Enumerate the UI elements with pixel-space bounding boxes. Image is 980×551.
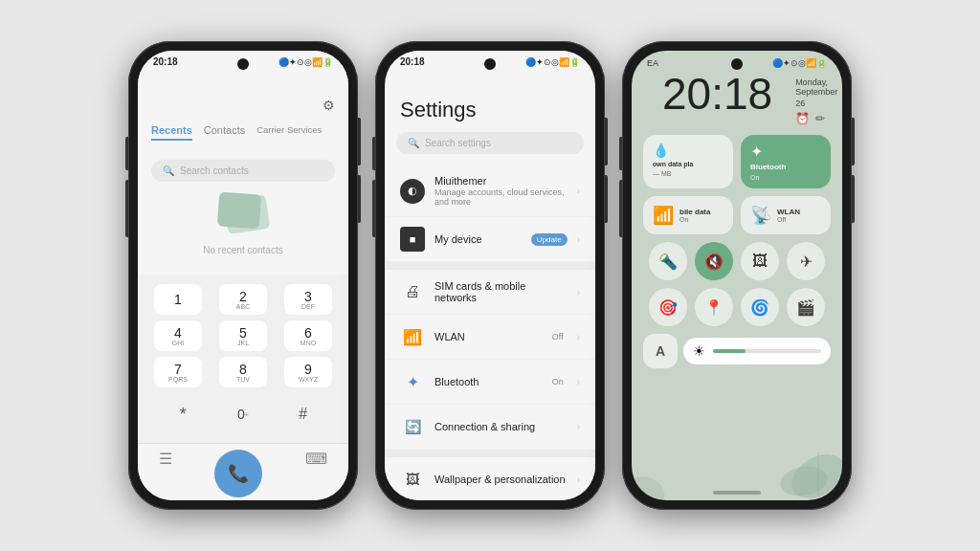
bottom-nav-1: ☰ 📞 ⌨ xyxy=(138,443,348,500)
volume-up-button[interactable] xyxy=(125,137,128,170)
chevron-icon-4: › xyxy=(577,332,580,342)
sim-content: SIM cards & mobile networks xyxy=(434,280,568,303)
chevron-icon-5: › xyxy=(577,377,580,387)
leaf-decoration-right xyxy=(766,424,842,500)
settings-item-mydevice[interactable]: ■ My device Update › xyxy=(385,217,595,262)
contacts-search-bar[interactable]: 🔍 Search contacts xyxy=(151,160,335,182)
cc-second-row: 📶 bile data On 📡 WLAN Off xyxy=(643,196,831,234)
settings-search-bar[interactable]: 🔍 Search settings xyxy=(396,132,584,154)
volume-down-button-2[interactable] xyxy=(372,180,375,237)
home-indicator xyxy=(713,491,761,495)
cc-screen-btn[interactable]: 🖼 xyxy=(741,242,779,280)
chevron-icon-6: › xyxy=(577,422,580,432)
settings-item-connection[interactable]: 🔄 Connection & sharing › xyxy=(385,405,595,450)
wifi-icon: 📶 xyxy=(400,324,425,349)
cc-tile-bluetooth[interactable]: ✦ Bluetooth On xyxy=(741,135,831,188)
dialpad-bottom-row: * 0+ # xyxy=(145,393,341,433)
volume-up-button-3[interactable] xyxy=(619,137,622,170)
contacts-tabs: Recents Contacts Carrier Services xyxy=(151,121,335,144)
nav-dialpad-icon[interactable]: ⌨ xyxy=(305,450,327,497)
cc-time: 20:18 xyxy=(647,72,788,116)
no-contacts-area: No recent contacts xyxy=(138,189,348,275)
dialpad-row-2: 4GHI 5JKL 6MNO xyxy=(145,320,341,351)
cc-mute-btn[interactable]: 🔇 xyxy=(695,242,733,280)
dial-star[interactable]: * xyxy=(159,399,207,430)
cc-video-btn[interactable]: 🎬 xyxy=(787,288,825,326)
volume-button[interactable] xyxy=(358,175,361,223)
mydevice-title: My device xyxy=(434,233,522,245)
volume-button-2[interactable] xyxy=(605,175,608,223)
front-camera-3 xyxy=(731,58,743,70)
dial-key-5[interactable]: 5JKL xyxy=(219,320,267,351)
front-camera-2 xyxy=(484,58,496,70)
leaf-decoration-left xyxy=(632,443,689,500)
sim-title: SIM cards & mobile networks xyxy=(434,280,568,303)
settings-item-sim[interactable]: 🖨 SIM cards & mobile networks › xyxy=(385,270,595,315)
dial-key-2[interactable]: 2ABC xyxy=(219,284,267,315)
tab-contacts[interactable]: Contacts xyxy=(204,124,245,141)
dial-zero[interactable]: 0+ xyxy=(219,399,267,430)
bluetooth-content: Bluetooth xyxy=(434,376,543,387)
dial-key-6[interactable]: 6MNO xyxy=(284,320,332,351)
cc-tile-data[interactable]: 💧 own data pla — MB xyxy=(643,135,733,188)
connection-icon: 🔄 xyxy=(400,414,425,439)
connection-title: Connection & sharing xyxy=(434,421,568,432)
settings-list: ◐ Miuithemer Manage accounts, cloud serv… xyxy=(385,165,595,500)
chevron-icon-7: › xyxy=(577,474,580,485)
settings-item-wlan[interactable]: 📶 WLAN Off › xyxy=(385,315,595,360)
dialpad: 1 2ABC 3DEF 4GHI 5JKL 6MNO 7PQRS 8TUV 9W… xyxy=(138,275,348,443)
bluetooth-tile-sub: On xyxy=(750,174,821,181)
cc-status-icons: 🔵✦⊙◎📶🔋 xyxy=(772,58,827,68)
letter-a-icon: A xyxy=(656,343,665,359)
settings-item-wallpaper[interactable]: 🖼 Wallpaper & personalization › xyxy=(385,457,595,500)
contacts-search-placeholder: Search contacts xyxy=(180,165,249,176)
settings-item-bluetooth[interactable]: ✦ Bluetooth On › xyxy=(385,360,595,405)
mobile-sub: On xyxy=(679,216,710,223)
volume-button-3[interactable] xyxy=(852,175,855,223)
dial-hash[interactable]: # xyxy=(279,399,327,430)
miuithemer-content: Miuithemer Manage accounts, cloud servic… xyxy=(434,175,568,207)
cc-alarm-icon[interactable]: ⏰ xyxy=(795,112,810,125)
cc-privacy-btn[interactable]: 🎯 xyxy=(649,288,687,326)
brightness-slider[interactable]: ☀ xyxy=(683,338,831,364)
tab-carrier[interactable]: Carrier Services xyxy=(256,124,322,141)
connection-content: Connection & sharing xyxy=(434,421,568,432)
cc-torch-btn[interactable]: 🔦 xyxy=(649,242,687,280)
bluetooth-title: Bluetooth xyxy=(434,376,543,387)
gear-icon[interactable]: ⚙ xyxy=(323,98,335,113)
status-icons-1: 🔵✦⊙◎📶🔋 xyxy=(278,57,333,67)
nav-menu-icon[interactable]: ☰ xyxy=(159,450,172,497)
cc-tile-mobile[interactable]: 📶 bile data On xyxy=(643,196,733,234)
cc-airplane-btn[interactable]: ✈ xyxy=(787,242,825,280)
dial-key-9[interactable]: 9WXYZ xyxy=(284,357,332,387)
cc-edit-icon[interactable]: ✏ xyxy=(815,112,825,125)
power-button-2[interactable] xyxy=(605,118,608,165)
settings-item-miuithemer[interactable]: ◐ Miuithemer Manage accounts, cloud serv… xyxy=(385,165,595,217)
brightness-fill xyxy=(713,349,746,353)
settings-separator-1 xyxy=(385,262,595,270)
wallpaper-icon: 🖼 xyxy=(400,467,425,492)
power-button[interactable] xyxy=(358,118,361,165)
settings-separator-2 xyxy=(385,450,595,457)
cc-tiles-grid: 💧 own data pla — MB ✦ Bluetooth On xyxy=(632,125,842,378)
dial-key-4[interactable]: 4GHI xyxy=(154,320,202,351)
volume-down-button-3[interactable] xyxy=(619,180,622,237)
call-button[interactable]: 📞 xyxy=(214,450,262,497)
brightness-track xyxy=(713,349,821,353)
volume-down-button[interactable] xyxy=(125,180,128,237)
dial-key-8[interactable]: 8TUV xyxy=(219,357,267,387)
miuithemer-subtitle: Manage accounts, cloud services, and mor… xyxy=(434,187,568,207)
cc-date2: 26 xyxy=(795,99,837,108)
volume-up-button-2[interactable] xyxy=(372,137,375,170)
settings-gear-area: ⚙ xyxy=(151,98,335,113)
tab-recents[interactable]: Recents xyxy=(151,124,192,141)
dial-key-1[interactable]: 1 xyxy=(154,284,202,315)
power-button-3[interactable] xyxy=(852,118,855,165)
cc-location-btn[interactable]: 📍 xyxy=(695,288,733,326)
dial-key-7[interactable]: 7PQRS xyxy=(154,357,202,387)
dial-key-3[interactable]: 3DEF xyxy=(284,284,332,315)
cc-tile-wlan[interactable]: 📡 WLAN Off xyxy=(741,196,831,234)
cc-rotate-btn[interactable]: 🌀 xyxy=(741,288,779,326)
settings-search-placeholder: Search settings xyxy=(425,138,491,148)
contacts-illustration xyxy=(214,189,272,237)
